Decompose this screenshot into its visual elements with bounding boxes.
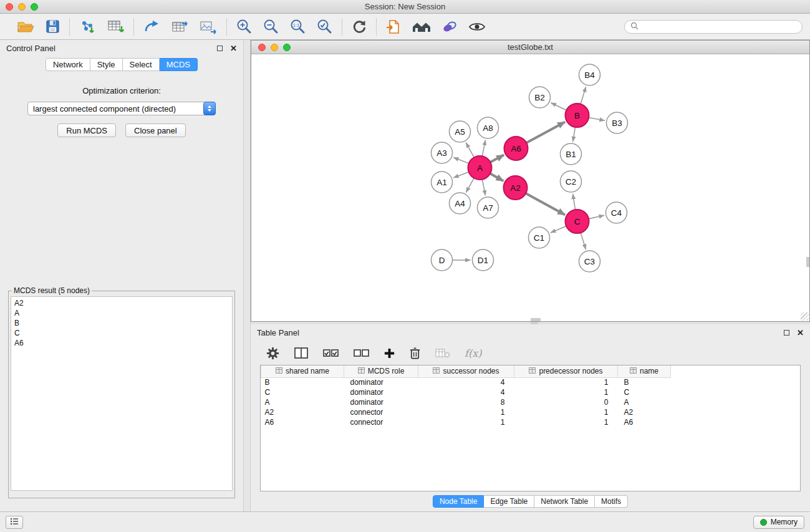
edge-C-C2[interactable]	[573, 194, 576, 210]
graph-node-D1[interactable]: D1	[473, 249, 494, 271]
network-minimize-button[interactable]	[271, 44, 278, 51]
close-table-panel-icon[interactable]: ✕	[797, 329, 804, 337]
delete-row-icon[interactable]	[409, 346, 421, 360]
panel-list-button[interactable]	[6, 516, 23, 529]
table-cell[interactable]: A6	[261, 417, 344, 427]
minimize-window-button[interactable]	[18, 3, 26, 11]
graph-node-B4[interactable]: B4	[579, 64, 600, 85]
table-export-icon[interactable]	[170, 19, 189, 35]
edge-C-C4[interactable]	[589, 215, 604, 219]
table-cell[interactable]: B	[618, 377, 671, 387]
edge-A6-B[interactable]	[526, 122, 565, 142]
search-input[interactable]	[642, 22, 796, 32]
mcds-result-item[interactable]: B	[14, 318, 229, 328]
edge-B-B1[interactable]	[573, 127, 576, 142]
zoom-fit-icon[interactable]	[316, 18, 333, 35]
table-row[interactable]: Bdominator41B	[261, 377, 801, 387]
edge-A-A8[interactable]	[482, 140, 485, 157]
tab-edge-table[interactable]: Edge Table	[484, 495, 534, 508]
run-mcds-button[interactable]: Run MCDS	[57, 123, 116, 137]
edge-C-C1[interactable]	[551, 226, 566, 233]
edge-A-A4[interactable]	[466, 178, 474, 193]
edge-A-A7[interactable]	[482, 180, 485, 196]
table-cell[interactable]: 1	[514, 387, 618, 397]
column-header-mcds-role[interactable]: MCDS role	[344, 365, 418, 377]
column-header-successor-nodes[interactable]: successor nodes	[418, 365, 514, 377]
vertical-splitter[interactable]	[243, 40, 251, 511]
table-cell[interactable]: 4	[418, 377, 514, 387]
table-cell[interactable]: A6	[618, 417, 671, 427]
graph-node-A6[interactable]: A6	[504, 137, 528, 160]
function-builder-icon[interactable]: f(x)	[465, 347, 481, 359]
table-cell[interactable]: A	[618, 397, 671, 407]
graph-node-B[interactable]: B	[566, 104, 589, 127]
network-zoom-button[interactable]	[283, 44, 291, 51]
table-cell[interactable]: dominator	[344, 387, 418, 397]
tab-select[interactable]: Select	[123, 58, 160, 71]
table-cell[interactable]: 1	[514, 417, 618, 427]
zoom-window-button[interactable]	[31, 3, 38, 11]
graph-node-B2[interactable]: B2	[529, 87, 551, 108]
zoom-actual-icon[interactable]: 1:1	[289, 18, 306, 35]
import-network-icon[interactable]	[79, 19, 96, 35]
table-row[interactable]: A6connector11A6	[261, 417, 801, 427]
float-table-panel-icon[interactable]	[784, 330, 789, 336]
table-row[interactable]: A2connector11A2	[261, 407, 801, 417]
scrollbar-mark-right[interactable]	[806, 257, 809, 267]
table-cell[interactable]: 8	[418, 397, 514, 407]
graph-node-B3[interactable]: B3	[607, 112, 628, 133]
horizontal-splitter[interactable]	[251, 322, 810, 324]
network-window-titlebar[interactable]: testGlobe.txt	[251, 41, 809, 54]
table-cell[interactable]: 1	[514, 407, 618, 417]
search-box[interactable]	[624, 20, 803, 34]
mcds-result-item[interactable]: A6	[14, 338, 229, 348]
graph-node-C3[interactable]: C3	[579, 251, 600, 272]
table-row[interactable]: Cdominator41C	[261, 387, 801, 397]
table-cell[interactable]: 1	[418, 417, 514, 427]
graph-node-C1[interactable]: C1	[529, 227, 550, 248]
network-canvas[interactable]: B4B2BB3A5A8A6A3B1AA1C2A2A4A7C4CC1C3DD1	[251, 54, 809, 321]
delete-table-icon[interactable]	[435, 347, 451, 359]
tab-network[interactable]: Network	[46, 58, 90, 71]
graph-node-A1[interactable]: A1	[432, 172, 453, 193]
document-export-icon[interactable]	[385, 19, 402, 35]
graph-node-C[interactable]: C	[566, 210, 589, 233]
memory-button[interactable]: Memory	[753, 516, 804, 529]
tab-network-table[interactable]: Network Table	[534, 495, 595, 508]
graph-node-A5[interactable]: A5	[450, 121, 471, 142]
scrollbar-mark-bottom[interactable]	[531, 318, 541, 321]
open-folder-icon[interactable]	[16, 19, 35, 35]
mcds-result-list[interactable]: A2ABCA6	[11, 296, 233, 491]
edge-A-A3[interactable]	[453, 157, 469, 163]
mcds-result-item[interactable]: A	[14, 308, 229, 318]
tab-style[interactable]: Style	[90, 58, 123, 71]
column-header-shared-name[interactable]: shared name	[261, 365, 344, 377]
graph-node-A7[interactable]: A7	[478, 197, 499, 218]
table-cell[interactable]: connector	[344, 417, 418, 427]
network-close-button[interactable]	[258, 44, 266, 51]
tab-node-table[interactable]: Node Table	[433, 495, 485, 508]
style-shapes-icon[interactable]	[441, 19, 458, 35]
table-cell[interactable]: 1	[514, 377, 618, 387]
graph-node-C4[interactable]: C4	[606, 202, 627, 223]
add-row-icon[interactable]	[383, 347, 395, 359]
tab-mcds[interactable]: MCDS	[160, 58, 198, 71]
resize-grip-icon[interactable]	[801, 312, 809, 321]
close-window-button[interactable]	[6, 3, 13, 11]
edge-A-A2[interactable]	[490, 173, 503, 181]
deselect-all-icon[interactable]	[353, 347, 370, 359]
network-arrows-icon[interactable]	[143, 19, 160, 35]
graph-node-D[interactable]: D	[432, 249, 453, 271]
column-header-name[interactable]: name	[618, 365, 671, 377]
edge-A-A6[interactable]	[490, 155, 504, 162]
graph-node-B1[interactable]: B1	[561, 143, 582, 165]
close-panel-button[interactable]: Close panel	[125, 123, 186, 137]
edge-A2-C[interactable]	[526, 193, 565, 215]
save-icon[interactable]	[45, 19, 60, 34]
eye-icon[interactable]	[468, 19, 486, 34]
table-cell[interactable]: connector	[344, 407, 418, 417]
table-cell[interactable]: 0	[514, 397, 618, 407]
column-header-predecessor-nodes[interactable]: predecessor nodes	[514, 365, 618, 377]
graph-node-C2[interactable]: C2	[561, 171, 582, 192]
gear-icon[interactable]	[266, 346, 280, 360]
